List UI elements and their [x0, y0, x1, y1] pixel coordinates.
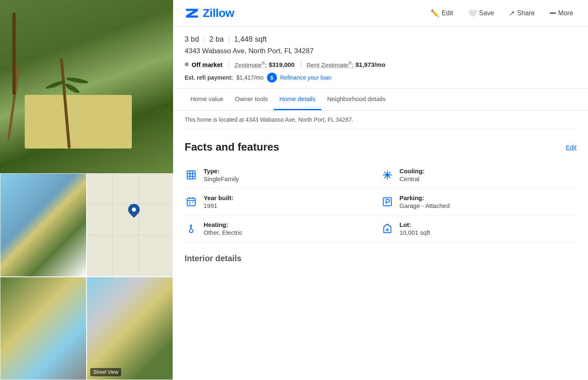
parking-value: Garage - Attached: [400, 202, 450, 209]
facts-left-col: Type: SingleFamily: [185, 162, 381, 242]
svg-line-27: [387, 224, 391, 227]
lot-value: 10,001 sqft: [400, 229, 430, 236]
section-header: Facts and features Edit: [185, 141, 576, 153]
stat-divider-2: [229, 36, 229, 43]
photo-thumb-1[interactable]: [0, 173, 87, 277]
facts-right-col: Cooling: Central Parking: Garage - At: [381, 162, 577, 242]
status-text: Off market: [192, 61, 223, 68]
tabs: Home value Owner tools Home details Neig…: [173, 89, 588, 111]
property-stats: 3 bd 2 ba 1,448 sqft: [185, 35, 576, 44]
facts-edit-button[interactable]: Edit: [566, 144, 576, 151]
svg-rect-5: [187, 171, 195, 179]
partial-text-content: This home is located at 4343 Wabasso Ave…: [185, 116, 354, 123]
zestimate-label: Zestimate®:: [234, 61, 267, 68]
building-icon: [185, 168, 198, 182]
cooling-value: Central: [400, 175, 425, 182]
stat-divider-1: [204, 36, 204, 43]
rent-zestimate-value: $1,973/mo: [356, 61, 386, 68]
heating-value: Other, Electric: [204, 229, 242, 236]
fact-parking: Parking: Garage - Attached: [381, 189, 577, 215]
tab-neighborhood-details[interactable]: Neighborhood details: [321, 89, 391, 110]
save-button[interactable]: 🤍 Save: [465, 7, 497, 19]
street-view-label: Street View: [90, 368, 121, 376]
zillow-logo-text: Zillow: [203, 7, 234, 20]
calendar-icon: [185, 195, 198, 208]
svg-point-17: [190, 229, 193, 233]
facts-grid: Type: SingleFamily: [185, 162, 576, 242]
tab-owner-tools[interactable]: Owner tools: [229, 89, 274, 110]
thermometer-icon: [185, 222, 198, 235]
property-status-row: Off market Zestimate®: $319,000 Rent Zes…: [185, 60, 576, 68]
status-divider: [228, 60, 229, 68]
main-photo[interactable]: [0, 0, 173, 173]
zillow-logo-icon: [185, 6, 199, 21]
tab-home-details[interactable]: Home details: [274, 89, 321, 110]
interior-section: Interior details: [185, 254, 576, 263]
status-dot: [185, 62, 189, 66]
cooling-label: Cooling:: [400, 168, 425, 175]
refi-icon: $: [267, 73, 277, 83]
right-panel: Zillow ✏️ Edit 🤍 Save ↗ Share ••• More 3…: [173, 0, 588, 380]
snowflake-icon: [381, 168, 394, 182]
header: Zillow ✏️ Edit 🤍 Save ↗ Share ••• More: [173, 0, 588, 27]
beds-stat: 3 bd: [185, 35, 199, 44]
content: This home is located at 4343 Wabasso Ave…: [173, 111, 588, 276]
zillow-logo[interactable]: Zillow: [185, 6, 234, 21]
facts-title: Facts and features: [185, 141, 279, 153]
share-label: Share: [517, 9, 535, 17]
interior-title: Interior details: [185, 254, 576, 263]
more-button[interactable]: ••• More: [546, 7, 576, 19]
lot-label: Lot:: [400, 221, 430, 228]
more-icon: •••: [550, 9, 556, 17]
parking-label: Parking:: [400, 194, 450, 201]
svg-rect-25: [383, 198, 391, 206]
photo-thumb-map[interactable]: [87, 173, 173, 277]
status-badge: Off market: [185, 61, 223, 68]
sqft-stat: 1,448 sqft: [234, 35, 267, 44]
edit-icon: ✏️: [431, 9, 439, 18]
refi-link[interactable]: Refinance your loan: [280, 74, 332, 81]
fact-year-built: Year built: 1991: [185, 189, 381, 215]
fact-cooling: Cooling: Central: [381, 162, 577, 189]
rent-zestimate-label: Rent Zestimate®:: [307, 61, 354, 68]
year-built-label: Year built:: [204, 194, 234, 201]
edit-button[interactable]: ✏️ Edit: [427, 7, 457, 19]
svg-point-28: [386, 229, 388, 231]
photo-grid: Street View: [0, 173, 173, 380]
type-label: Type:: [204, 168, 239, 175]
zestimate-value: $319,000: [269, 61, 295, 68]
svg-line-26: [384, 224, 387, 227]
lot-icon: [381, 222, 394, 235]
refi-value: $1,417/mo: [236, 74, 263, 81]
map-pin: [128, 204, 140, 215]
refi-row: Est. refi payment: $1,417/mo $ Refinance…: [185, 73, 576, 83]
fact-lot: Lot: 10,001 sqft: [381, 215, 577, 242]
svg-rect-10: [187, 198, 195, 205]
photo-thumb-garage[interactable]: Street View: [87, 277, 173, 380]
fact-heating: Heating: Other, Electric: [185, 215, 381, 242]
baths-stat: 2 ba: [209, 35, 224, 44]
fact-type: Type: SingleFamily: [185, 162, 381, 189]
parking-icon: [381, 195, 394, 208]
header-actions: ✏️ Edit 🤍 Save ↗ Share ••• More: [427, 7, 576, 19]
property-info: 3 bd 2 ba 1,448 sqft 4343 Wabasso Ave, N…: [173, 27, 588, 89]
type-value: SingleFamily: [204, 175, 239, 182]
save-label: Save: [479, 9, 494, 17]
edit-label: Edit: [442, 9, 453, 17]
more-label: More: [558, 9, 573, 17]
property-address: 4343 Wabasso Ave, North Port, FL 34287: [185, 47, 576, 55]
tab-home-value[interactable]: Home value: [185, 89, 229, 110]
partial-text: This home is located at 4343 Wabasso Ave…: [185, 111, 576, 129]
share-button[interactable]: ↗ Share: [506, 7, 538, 19]
photo-panel: Street View: [0, 0, 173, 380]
svg-marker-4: [186, 9, 198, 18]
heating-label: Heating:: [204, 221, 242, 228]
refi-label: Est. refi payment:: [185, 74, 233, 81]
year-built-value: 1991: [204, 202, 234, 209]
photo-thumb-5[interactable]: [0, 277, 87, 380]
heart-icon: 🤍: [468, 9, 477, 18]
status-divider-2: [300, 60, 301, 68]
share-icon: ↗: [509, 9, 515, 18]
